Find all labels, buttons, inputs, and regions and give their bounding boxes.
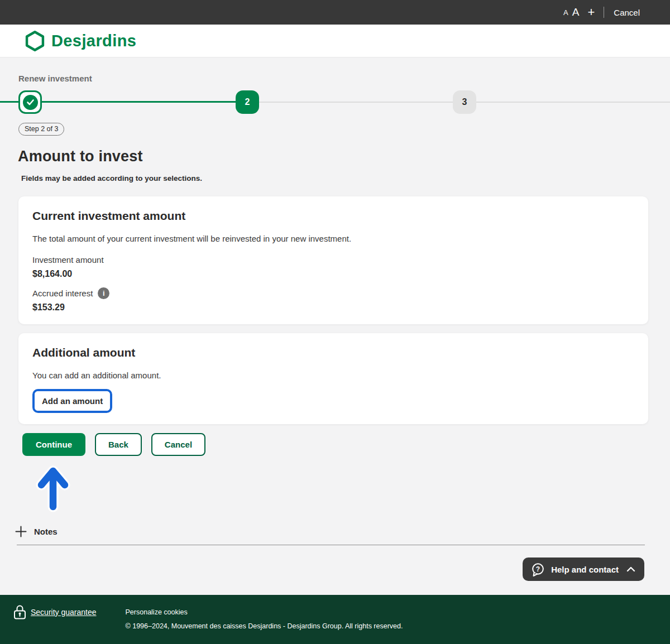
additional-amount-description: You can add an additional amount.: [32, 370, 634, 381]
action-buttons-row: Continue Back Cancel: [22, 433, 670, 456]
add-an-amount-button[interactable]: Add an amount: [35, 391, 110, 411]
cancel-link[interactable]: Cancel: [614, 8, 640, 17]
help-row: ? Help and contact: [0, 558, 670, 581]
main-content: Renew investment 2 3 Step 2 of 3 Amount …: [0, 57, 670, 595]
security-guarantee-group[interactable]: Security guarantee: [13, 604, 97, 619]
desjardins-logo[interactable]: Desjardins: [25, 31, 136, 51]
plus-icon: [15, 526, 27, 537]
accrued-interest-value: $153.29: [32, 302, 634, 313]
additional-amount-title: Additional amount: [32, 345, 634, 360]
flow-title: Renew investment: [18, 57, 670, 83]
section-divider: [17, 545, 645, 545]
help-and-contact-button[interactable]: ? Help and contact: [523, 558, 644, 581]
security-guarantee-link[interactable]: Security guarantee: [31, 608, 97, 617]
accrued-interest-field: Accrued interest i: [32, 287, 634, 299]
investment-amount-field: Investment amount $8,164.00 Accrued inte…: [32, 254, 634, 313]
info-icon[interactable]: i: [98, 287, 109, 299]
check-icon: [26, 99, 35, 106]
chevron-up-icon: [626, 566, 635, 572]
step-1-check-circle: [23, 95, 38, 110]
help-and-contact-label: Help and contact: [551, 565, 619, 574]
brand-wordmark: Desjardins: [51, 32, 136, 50]
lock-icon: [13, 604, 26, 619]
desjardins-hexagon-icon: [25, 31, 45, 51]
continue-button[interactable]: Continue: [22, 433, 85, 456]
notes-expander[interactable]: Notes: [15, 525, 670, 538]
cancel-button[interactable]: Cancel: [151, 433, 205, 456]
investment-amount-label: Investment amount: [32, 254, 634, 266]
step-2-current: 2: [236, 90, 259, 114]
topbar-divider: [604, 7, 604, 18]
svg-text:?: ?: [536, 565, 540, 573]
annotation-arrow-up-icon: [35, 464, 71, 512]
page-title: Amount to invest: [18, 148, 670, 165]
page-selection-note: Fields may be added according to your se…: [21, 174, 670, 182]
footer-legal-column: Personalize cookies © 1996–2024, Mouveme…: [126, 608, 403, 630]
text-size-decrease-button[interactable]: A: [563, 8, 568, 17]
step-progress-badge: Step 2 of 3: [18, 123, 64, 136]
current-investment-card: Current investment amount The total amou…: [18, 196, 648, 324]
accrued-interest-label: Accrued interest: [32, 288, 93, 299]
copyright-text: © 1996–2024, Mouvement des caisses Desja…: [126, 622, 403, 630]
top-utility-bar: A A + Cancel: [0, 0, 670, 25]
annotation-highlight-ring: Add an amount: [32, 389, 112, 413]
personalize-cookies-link[interactable]: Personalize cookies: [126, 608, 403, 616]
text-size-increase-button[interactable]: A: [572, 6, 580, 18]
progress-stepper: 2 3: [0, 90, 670, 114]
page-footer: Security guarantee Personalize cookies ©…: [0, 595, 670, 644]
current-investment-title: Current investment amount: [32, 209, 634, 223]
step-1-completed: [18, 90, 42, 114]
brand-header: Desjardins: [0, 25, 670, 57]
current-investment-description: The total amount of your current investm…: [32, 233, 634, 244]
step-progress-row: Step 2 of 3: [18, 123, 670, 136]
notes-label: Notes: [34, 527, 58, 536]
back-button[interactable]: Back: [95, 433, 142, 456]
additional-amount-card: Additional amount You can add an additio…: [18, 333, 648, 424]
investment-amount-value: $8,164.00: [32, 268, 634, 280]
zoom-plus-icon[interactable]: +: [587, 6, 595, 18]
help-bubble-icon: ?: [530, 562, 545, 577]
step-3-upcoming: 3: [453, 90, 476, 114]
